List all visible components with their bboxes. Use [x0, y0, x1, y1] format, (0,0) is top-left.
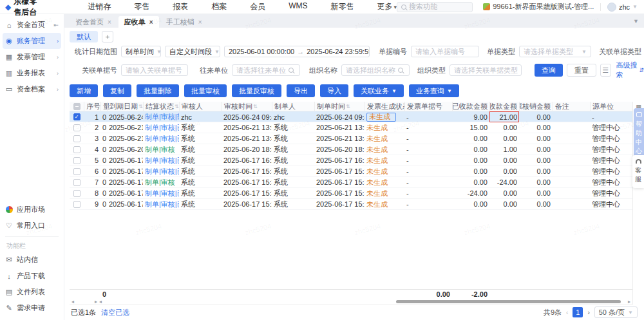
- nav-item-4[interactable]: 会员: [250, 1, 265, 12]
- invoice-status-text[interactable]: 未生成: [366, 113, 396, 122]
- reset-button[interactable]: 重置: [567, 64, 596, 77]
- prev-page-icon[interactable]: ‹: [566, 309, 568, 316]
- doc-type-select[interactable]: 请选择单据类型▼: [519, 46, 591, 57]
- close-icon[interactable]: ×: [149, 19, 153, 26]
- help-center-tab[interactable]: 帮助中心: [634, 108, 644, 160]
- period-type-select[interactable]: 自定义时间段▼: [165, 46, 220, 57]
- table-row-6[interactable]: 602025-06-17制单|审核|已核销系统2025-06-17 15:38:…: [70, 166, 632, 177]
- column-header-3[interactable]: 结算状态⇅: [143, 102, 179, 111]
- tab-receivables[interactable]: 应收单×: [118, 16, 159, 28]
- table-row-5[interactable]: 502025-06-17制单|审核|已核销系统2025-06-17 16:24:…: [70, 155, 632, 166]
- scroll-left-icon[interactable]: ◂: [71, 299, 74, 305]
- toolbar-button-6[interactable]: 导入: [320, 84, 348, 97]
- close-icon[interactable]: ×: [108, 19, 111, 26]
- row-checkbox[interactable]: ✓: [73, 113, 80, 120]
- nav-item-1[interactable]: 零售: [134, 1, 149, 12]
- row-checkbox[interactable]: [73, 135, 80, 142]
- org-type-select[interactable]: 请选择关联单据类型▼: [450, 64, 522, 76]
- nav-item-5[interactable]: WMS: [289, 1, 307, 12]
- toolbar-button-4[interactable]: 批量反审核: [232, 84, 281, 97]
- sidebar-item-常用入口[interactable]: ♡常用入口: [0, 218, 64, 234]
- filter-settings-button[interactable]: ☰: [600, 64, 611, 77]
- column-header-7[interactable]: 制单时间⇅: [314, 102, 365, 111]
- scrollbar-thumb[interactable]: [396, 300, 621, 303]
- tab-manual-writeoff[interactable]: 手工核销×: [160, 16, 208, 28]
- user-menu[interactable]: zhc ▼: [607, 3, 638, 12]
- nav-item-3[interactable]: 档案: [211, 1, 227, 12]
- nav-item-0[interactable]: 进销存: [88, 1, 111, 12]
- scroll-right-icon[interactable]: ▸: [95, 299, 97, 305]
- partner-select[interactable]: 请选择往来单位: [232, 64, 300, 76]
- sidebar-item-应用市场[interactable]: 应用市场: [0, 202, 64, 218]
- column-header-label: 序号: [86, 102, 100, 111]
- row-checkbox[interactable]: [73, 168, 80, 175]
- clear-selection-link[interactable]: 清空已选: [101, 308, 129, 317]
- page-size-select[interactable]: 50 条/页 ▼: [594, 306, 638, 318]
- row-checkbox[interactable]: [73, 146, 80, 153]
- search-input[interactable]: 搜索功能: [397, 2, 473, 12]
- row-checkbox[interactable]: [73, 124, 80, 131]
- sidebar-item-发票管理[interactable]: ▦发票管理›: [0, 49, 64, 65]
- sidebar-item-产品下载[interactable]: ↓产品下载: [0, 268, 64, 284]
- toolbar-button-2[interactable]: 批量删除: [137, 84, 179, 97]
- scroll-left-icon[interactable]: ◂: [99, 299, 102, 305]
- row-checkbox[interactable]: [73, 190, 80, 197]
- table-row-3[interactable]: 302025-06-21制单|审核|已核销系统2025-06-21 13:45:…: [70, 133, 632, 144]
- sidebar-item-label: 资金档案: [17, 84, 45, 94]
- tab-funds-home[interactable]: 资金首页×: [70, 16, 117, 28]
- view-scheme-default[interactable]: 默认: [70, 31, 98, 42]
- table-row-2[interactable]: 202025-06-21制单|审核|已核销系统2025-06-21 13:51:…: [70, 122, 632, 133]
- org-name-select[interactable]: 请选择组织名称: [341, 64, 410, 76]
- current-page[interactable]: 1: [573, 307, 583, 317]
- horizontal-scrollbar[interactable]: ◂ ▸ ◂ ▸: [70, 299, 632, 305]
- sort-icon[interactable]: ⇅: [253, 104, 258, 109]
- table-row-9[interactable]: 902025-06-17制单|审核|已核销系统2025-06-17 15:23:…: [70, 199, 632, 210]
- org-selector[interactable]: 99661-新界面果蔬版测试-管理...: [483, 2, 594, 12]
- scroll-right-icon[interactable]: ▸: [628, 299, 630, 305]
- sort-icon[interactable]: ⇅: [346, 104, 350, 109]
- sort-icon[interactable]: ⇅: [175, 104, 179, 109]
- rel-no-input[interactable]: 请输入关联单据号: [121, 64, 188, 76]
- customer-service-button[interactable]: 客服: [632, 155, 644, 188]
- toolbar-button-7[interactable]: 关联业务▼: [354, 84, 404, 97]
- row-checkbox[interactable]: [73, 179, 80, 186]
- nav-item-6[interactable]: 新零售: [331, 1, 354, 12]
- column-header-5[interactable]: 审核时间⇅: [222, 102, 272, 111]
- column-header-label: 已收款金额: [452, 102, 488, 111]
- column-header-11[interactable]: ⇅未收款金额: [489, 102, 519, 111]
- nav-item-7[interactable]: 更多▾: [377, 1, 397, 12]
- toolbar-button-8[interactable]: 业务查询▼: [409, 84, 459, 97]
- indeterminate-checkbox[interactable]: [73, 103, 80, 110]
- nav-item-2[interactable]: 报表: [173, 1, 188, 12]
- toolbar-button-3[interactable]: 批量审核: [184, 84, 227, 97]
- sidebar-item-站内信[interactable]: ✉站内信: [0, 252, 64, 268]
- table-row-4[interactable]: 402025-06-20制单|审核系统2025-06-20 18:32:49系统…: [70, 144, 632, 155]
- query-button[interactable]: 查询: [535, 64, 563, 77]
- collapse-sidebar-icon[interactable]: ⇤: [53, 22, 59, 28]
- next-page-icon[interactable]: ›: [587, 309, 589, 316]
- tabstrip-chevron-down-icon[interactable]: ▼: [633, 18, 644, 24]
- sidebar-item-账务管理[interactable]: ◉账务管理›: [3, 33, 61, 49]
- sidebar-item-文件列表[interactable]: ▤文件列表: [0, 284, 64, 300]
- table-row-7[interactable]: 702025-06-17制单|审核系统2025-06-17 15:32:39系统…: [70, 177, 632, 188]
- sidebar-item-业务报表[interactable]: ▥业务报表›: [0, 65, 64, 81]
- row-checkbox[interactable]: [73, 201, 80, 208]
- table-row-1[interactable]: ✓102025-06-24制单|审核|部分核销zhc2025-06-24 09:…: [70, 111, 632, 122]
- column-header-2[interactable]: 到期日期⇅: [107, 102, 143, 111]
- sidebar-item-资金档案[interactable]: ▭资金档案›: [0, 81, 64, 97]
- sidebar-item-资金首页[interactable]: ⌂资金首页⇤: [0, 17, 64, 33]
- sort-icon[interactable]: ⇅: [138, 104, 143, 109]
- time-type-select[interactable]: 制单时间▼: [121, 46, 161, 57]
- date-range-input[interactable]: 2025-06-01 00:00:00 → 2025-06-24 23:59:5…: [224, 46, 370, 57]
- row-checkbox[interactable]: [73, 157, 80, 164]
- sidebar-item-需求申请[interactable]: ✎需求申请: [0, 300, 64, 316]
- table-row-8[interactable]: 802025-06-17制单|审核|已核销系统2025-06-17 15:31:…: [70, 188, 632, 199]
- advanced-search-link[interactable]: 高级搜索⇵: [616, 61, 644, 80]
- doc-no-input[interactable]: 请输入单据编号: [411, 46, 479, 57]
- toolbar-button-5[interactable]: 导出: [287, 84, 315, 97]
- select-all-checkbox[interactable]: [70, 102, 84, 111]
- toolbar-button-1[interactable]: 复制: [103, 84, 131, 97]
- close-icon[interactable]: ×: [198, 19, 202, 26]
- add-view-scheme-button[interactable]: +: [102, 31, 113, 42]
- toolbar-button-0[interactable]: 新增: [70, 84, 98, 97]
